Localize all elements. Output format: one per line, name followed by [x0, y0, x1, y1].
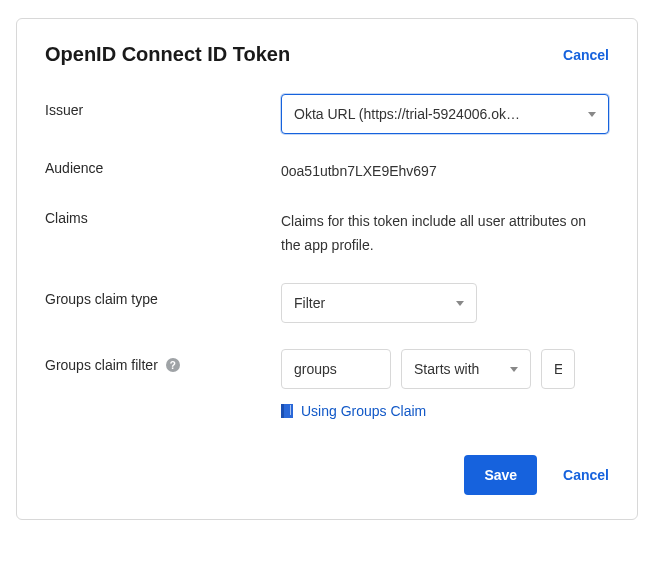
groups-claim-type-value: Filter	[294, 295, 325, 311]
label-claims: Claims	[45, 210, 281, 226]
label-audience: Audience	[45, 160, 281, 176]
row-audience: Audience 0oa51utbn7LXE9Ehv697	[45, 160, 609, 184]
groups-claim-name-input[interactable]	[281, 349, 391, 389]
row-claims: Claims Claims for this token include all…	[45, 210, 609, 258]
cancel-top-button[interactable]: Cancel	[563, 47, 609, 63]
label-groups-claim-filter-text: Groups claim filter	[45, 357, 158, 373]
page-title: OpenID Connect ID Token	[45, 43, 290, 66]
groups-claim-match-value: Starts with	[414, 361, 479, 377]
cancel-bottom-button[interactable]: Cancel	[563, 467, 609, 483]
using-groups-claim-link[interactable]: Using Groups Claim	[301, 403, 426, 419]
row-groups-claim-filter: Groups claim filter ? Starts with Using …	[45, 349, 609, 419]
label-groups-claim-filter: Groups claim filter ?	[45, 349, 281, 373]
row-issuer: Issuer Okta URL (https://trial-5924006.o…	[45, 94, 609, 134]
issuer-select[interactable]: Okta URL (https://trial-5924006.ok…	[281, 94, 609, 134]
chevron-down-icon	[456, 301, 464, 306]
label-issuer: Issuer	[45, 94, 281, 118]
issuer-select-value: Okta URL (https://trial-5924006.ok…	[294, 106, 520, 122]
claims-description: Claims for this token include all user a…	[281, 210, 609, 258]
groups-claim-match-select[interactable]: Starts with	[401, 349, 531, 389]
groups-claim-value-input[interactable]	[541, 349, 575, 389]
groups-claim-filter-controls: Starts with	[281, 349, 609, 389]
help-icon[interactable]: ?	[166, 358, 180, 372]
chevron-down-icon	[588, 112, 596, 117]
openid-token-card: OpenID Connect ID Token Cancel Issuer Ok…	[16, 18, 638, 520]
row-groups-claim-type: Groups claim type Filter	[45, 283, 609, 323]
label-groups-claim-type: Groups claim type	[45, 283, 281, 307]
audience-value: 0oa51utbn7LXE9Ehv697	[281, 160, 609, 184]
doc-link: Using Groups Claim	[281, 403, 609, 419]
chevron-down-icon	[510, 367, 518, 372]
save-button[interactable]: Save	[464, 455, 537, 495]
card-header: OpenID Connect ID Token Cancel	[45, 43, 609, 66]
card-footer: Save Cancel	[45, 455, 609, 495]
book-icon	[281, 404, 293, 418]
groups-claim-type-select[interactable]: Filter	[281, 283, 477, 323]
